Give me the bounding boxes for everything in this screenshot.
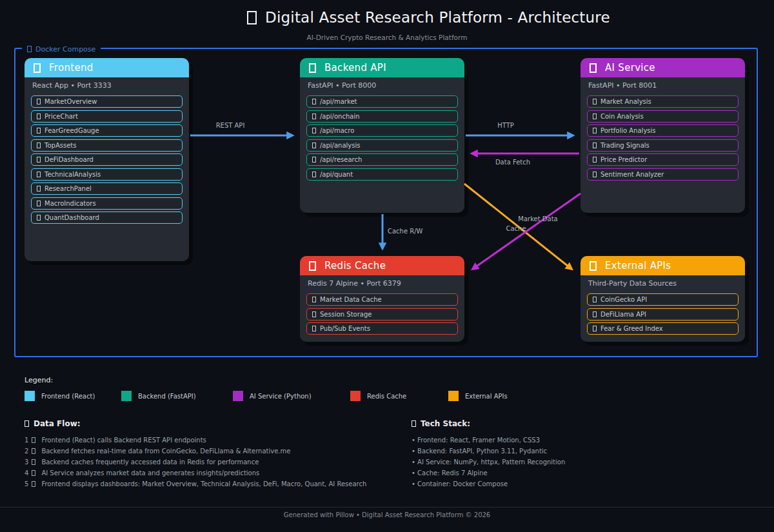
missing-glyph-icon [593,172,597,177]
redis-cache-items: Market Data Cache Session Storage Pub/Su… [306,293,458,335]
external-apis-title: External APIs [605,260,671,271]
backend-item-label: /api/quant [320,171,353,178]
step-number: 1 [25,437,28,444]
missing-glyph-icon [312,172,316,177]
arrow-label-cache-rw: Cache R/W [388,228,422,235]
external-apis-node: External APIs Third-Party Data Sources C… [580,256,745,342]
backend-subtitle: FastAPI • Port 8000 [308,81,457,90]
ai-service-header: AI Service [580,58,745,77]
ai-service-item: Trading Signals [587,139,739,152]
ai-service-item: Sentiment Analyzer [587,168,739,181]
redis-cache-item-label: Session Storage [320,311,372,318]
ai-service-item-label: Portfolio Analysis [600,127,656,134]
page-title: Digital Asset Research Platform - Archit… [247,9,610,26]
frontend-item: DeFiDashboard [31,153,183,166]
missing-glyph-icon [37,186,41,192]
redis-cache-item: Market Data Cache [306,293,458,306]
missing-glyph-icon [312,311,316,317]
ai-service-item: Portfolio Analysis [587,124,739,137]
frontend-item-label: MacroIndicators [45,200,96,207]
backend-item-label: /api/analysis [320,142,360,149]
redis-cache-node: Redis Cache Redis 7 Alpine • Port 6379 M… [300,256,464,342]
missing-glyph-icon [412,420,416,427]
missing-glyph-icon [32,481,35,487]
external-apis-header: External APIs [580,256,745,275]
step-number: 3 [25,458,28,466]
backend-item: /api/market [306,95,458,108]
docker-compose-label: Docker Compose [22,43,101,55]
missing-glyph-icon [590,63,597,73]
ai-service-subtitle: FastAPI • Port 8001 [588,81,737,90]
external-apis-item-label: Fear & Greed Index [600,325,663,332]
legend-heading: Legend: [25,376,53,384]
architecture-diagram: Digital Asset Research Platform - Archit… [0,0,774,532]
ai-service-node: AI Service FastAPI • Port 8001 Market An… [580,58,745,213]
backend-color-swatch [121,391,132,401]
step-number: 5 [25,480,28,488]
tech-stack-line: • Cache: Redis 7 Alpine [412,468,565,478]
frontend-item: ResearchPanel [31,182,183,195]
step-text: Frontend (React) calls Backend REST API … [41,437,206,444]
tech-stack-line: • Container: Docker Compose [412,478,565,489]
backend-item-label: /api/macro [320,127,354,134]
frontend-item-label: TopAssets [45,142,76,149]
frontend-item-label: FearGreedGauge [45,127,99,134]
backend-item-label: /api/market [320,98,357,105]
ai-service-item: Coin Analysis [587,110,739,123]
step-text: Backend caches frequently accessed data … [41,458,259,466]
arrow-label-data-fetch: Data Fetch [468,159,558,166]
legend-item: External APIs [448,391,508,401]
redis-cache-item: Pub/Sub Events [306,322,458,335]
missing-glyph-icon [312,326,316,331]
data-flow-step: 2Backend fetches real-time data from Coi… [25,446,366,457]
step-number: 2 [25,448,28,455]
page-title-text: Digital Asset Research Platform - Archit… [265,9,610,26]
missing-glyph-icon [312,297,316,302]
tech-stack-heading-text: Tech Stack: [421,419,470,428]
legend-item-label: AI Service (Python) [250,393,312,400]
arrow-label-cache: Cache [471,225,561,232]
frontend-item-label: ResearchPanel [45,185,92,192]
backend-title: Backend API [324,62,386,74]
external-apis-item: CoinGecko API [587,293,739,306]
frontend-items: MarketOverview PriceChart FearGreedGauge… [31,95,183,224]
frontend-item-label: PriceChart [45,113,78,120]
docker-compose-label-text: Docker Compose [35,45,95,54]
frontend-subtitle: React App • Port 3333 [32,81,181,90]
arrow-label-http: HTTP [461,122,551,129]
frontend-item: TopAssets [31,139,183,152]
data-flow-heading-text: Data Flow: [34,419,81,428]
arrow-label-rest-api: REST API [185,122,275,129]
ai-service-items: Market Analysis Coin Analysis Portfolio … [587,95,739,181]
frontend-item-label: MarketOverview [45,98,97,105]
legend-item-label: Redis Cache [367,393,406,400]
ai-service-color-swatch [233,391,243,401]
redis-cache-item-label: Market Data Cache [320,296,382,303]
data-flow-section: Data Flow: 1Frontend (React) calls Backe… [25,419,366,489]
data-flow-step: 3Backend caches frequently accessed data… [25,457,366,468]
external-apis-item: DeFiLlama API [587,308,739,320]
external-apis-item: Fear & Greed Index [587,322,739,335]
missing-glyph-icon [37,201,41,206]
missing-glyph-icon [593,113,597,119]
missing-glyph-icon [309,261,316,271]
missing-glyph-icon [34,63,41,73]
redis-cache-item: Session Storage [306,308,458,320]
redis-cache-header: Redis Cache [300,256,464,275]
footer-divider [0,507,774,507]
external-apis-color-swatch [448,391,459,401]
ai-service-item-label: Sentiment Analyzer [600,171,664,178]
external-apis-item-label: DeFiLlama API [600,311,646,318]
frontend-title: Frontend [49,62,94,74]
data-flow-step: 1Frontend (React) calls Backend REST API… [25,435,366,446]
frontend-item: MacroIndicators [31,197,183,210]
frontend-item-label: QuantDashboard [45,214,99,221]
missing-glyph-icon [37,113,41,119]
backend-node: Backend API FastAPI • Port 8000 /api/mar… [300,58,464,213]
step-number: 4 [25,469,28,477]
step-text: Frontend displays dashboards: Market Ove… [41,480,366,488]
data-flow-step: 4AI Service analyzes market data and gen… [25,468,366,478]
external-apis-items: CoinGecko API DeFiLlama API Fear & Greed… [587,293,739,335]
tech-stack-section: Tech Stack: • Frontend: React, Framer Mo… [412,419,565,489]
external-apis-item-label: CoinGecko API [600,296,647,303]
